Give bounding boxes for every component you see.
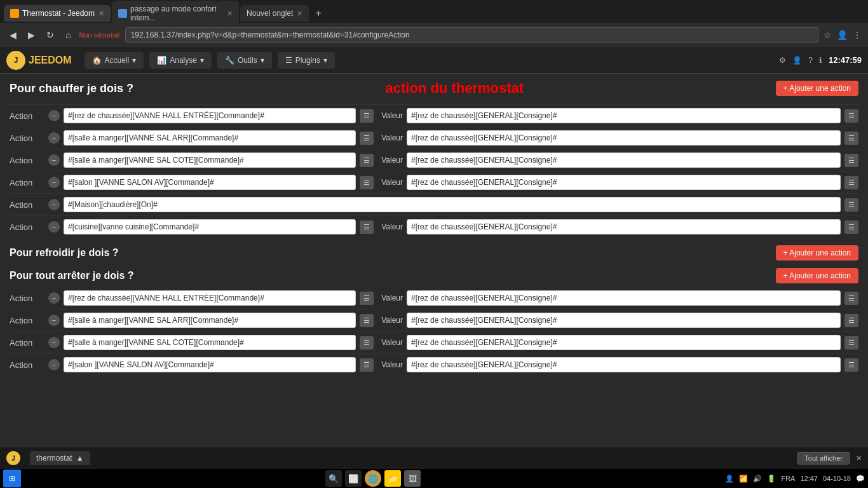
- back-button[interactable]: ◀: [6, 29, 20, 41]
- remove-button[interactable]: −: [48, 292, 60, 304]
- action-menu-button[interactable]: ☰: [360, 220, 374, 234]
- menu-outils[interactable]: 🔧 Outils ▾: [217, 52, 272, 69]
- taskbar-close-icon[interactable]: ✕: [856, 454, 862, 463]
- valeur-input[interactable]: [407, 130, 841, 146]
- remove-button[interactable]: −: [48, 359, 60, 370]
- tab-close-passage[interactable]: ✕: [227, 10, 233, 18]
- valeur-input[interactable]: [407, 335, 841, 350]
- tab-icon-thermostat: [10, 9, 19, 18]
- start-button[interactable]: ⊞: [3, 470, 21, 487]
- table-row: Action − ☰ Valeur ☰: [10, 215, 858, 238]
- table-row: Action − ☰ Valeur ☰: [10, 126, 858, 149]
- menu-analyse[interactable]: 📊 Analyse ▾: [149, 52, 212, 69]
- tab-thermostat[interactable]: Thermostat - Jeedom ✕: [4, 5, 111, 22]
- valeur-input[interactable]: [407, 108, 841, 123]
- tout-afficher-button[interactable]: Tout afficher: [797, 452, 850, 464]
- valeur-menu-button[interactable]: ☰: [844, 154, 858, 167]
- tab-label-thermostat: Thermostat - Jeedom: [22, 9, 95, 18]
- new-tab-button[interactable]: +: [310, 8, 326, 19]
- taskbar-app-item[interactable]: thermostat ▲: [30, 451, 90, 465]
- menu-icon[interactable]: ⋮: [853, 30, 862, 40]
- valeur-menu-button[interactable]: ☰: [844, 109, 858, 123]
- action-input[interactable]: [64, 335, 356, 350]
- address-input[interactable]: [125, 27, 818, 43]
- help-icon[interactable]: ?: [808, 56, 813, 65]
- add-action-button-refroidir[interactable]: + Ajouter une action: [776, 245, 858, 261]
- remove-button[interactable]: −: [48, 110, 60, 121]
- notification-icon[interactable]: 💬: [856, 475, 865, 483]
- home-button[interactable]: ⌂: [62, 29, 74, 41]
- tab-close-new[interactable]: ✕: [297, 10, 302, 18]
- refresh-button[interactable]: ↻: [43, 29, 57, 41]
- valeur-menu-button[interactable]: ☰: [844, 336, 858, 349]
- action-menu-button[interactable]: ☰: [844, 198, 858, 212]
- valeur-input[interactable]: [407, 152, 841, 168]
- remove-button[interactable]: −: [48, 132, 60, 144]
- settings-icon[interactable]: ⚙: [779, 56, 786, 65]
- remove-button[interactable]: −: [48, 315, 60, 326]
- menu-accueil[interactable]: 🏠 Accueil ▾: [85, 52, 144, 69]
- browser-actions: ☆ 👤 ⋮: [824, 30, 862, 40]
- action-menu-button[interactable]: ☰: [360, 109, 374, 123]
- taskbar-image-icon[interactable]: 🖼: [404, 470, 421, 487]
- remove-button[interactable]: −: [48, 177, 60, 188]
- menu-plugins[interactable]: ☰ Plugins ▾: [278, 52, 335, 69]
- action-menu-button[interactable]: ☰: [360, 132, 374, 145]
- action-input[interactable]: [64, 130, 356, 146]
- action-menu-button[interactable]: ☰: [360, 292, 374, 305]
- action-input[interactable]: [64, 152, 356, 168]
- action-menu-button[interactable]: ☰: [360, 314, 374, 327]
- valeur-input[interactable]: [407, 313, 841, 328]
- taskbar-cortana-icon[interactable]: ⬜: [345, 470, 362, 487]
- valeur-input[interactable]: [407, 219, 841, 234]
- valeur-label: Valeur: [377, 156, 403, 165]
- action-input[interactable]: [64, 313, 356, 328]
- action-menu-button[interactable]: ☰: [360, 176, 374, 189]
- refroidir-section-heading: Pour refroidir je dois ? + Ajouter une a…: [10, 245, 858, 261]
- bookmark-icon[interactable]: ☆: [824, 30, 832, 40]
- action-input[interactable]: [64, 175, 356, 190]
- remove-button[interactable]: −: [48, 337, 60, 348]
- user-icon[interactable]: 👤: [792, 56, 802, 65]
- tab-label-passage: passage au mode confort intem...: [130, 4, 223, 22]
- taskbar-time: 12:47: [800, 475, 818, 482]
- valeur-menu-button[interactable]: ☰: [844, 176, 858, 189]
- valeur-menu-button[interactable]: ☰: [844, 220, 858, 234]
- action-menu-button[interactable]: ☰: [360, 154, 374, 167]
- valeur-input[interactable]: [407, 290, 841, 306]
- taskbar-app-name: thermostat: [36, 454, 72, 463]
- taskbar-search-icon[interactable]: 🔍: [325, 470, 342, 487]
- remove-button[interactable]: −: [48, 154, 60, 166]
- valeur-menu-button[interactable]: ☰: [844, 314, 858, 327]
- tab-new[interactable]: Nouvel onglet ✕: [240, 5, 309, 22]
- action-label: Action: [10, 316, 44, 325]
- taskbar-chrome-icon[interactable]: 🌐: [365, 470, 381, 487]
- add-action-button-top[interactable]: + Ajouter une action: [776, 81, 858, 96]
- action-input[interactable]: [64, 197, 841, 212]
- action-input[interactable]: [64, 357, 356, 372]
- action-input[interactable]: [64, 108, 356, 123]
- valeur-input[interactable]: [407, 175, 841, 190]
- valeur-menu-button[interactable]: ☰: [844, 292, 858, 305]
- remove-button[interactable]: −: [48, 221, 60, 233]
- valeur-menu-button[interactable]: ☰: [844, 132, 858, 145]
- tab-passage[interactable]: passage au mode confort intem... ✕: [112, 1, 239, 26]
- action-label: Action: [10, 222, 44, 232]
- taskbar-explorer-icon[interactable]: 📁: [384, 470, 401, 487]
- tab-close-thermostat[interactable]: ✕: [98, 10, 104, 18]
- action-input[interactable]: [64, 219, 356, 234]
- remove-button[interactable]: −: [48, 199, 60, 210]
- add-action-button-arreter[interactable]: + Ajouter une action: [776, 268, 858, 283]
- valeur-menu-button[interactable]: ☰: [844, 358, 858, 372]
- forward-button[interactable]: ▶: [25, 29, 38, 41]
- arreter-section: Action − ☰ Valeur ☰ Action − ☰ Valeur ☰ …: [10, 287, 858, 376]
- arreter-title: Pour tout arrêter je dois ?: [10, 270, 134, 281]
- table-row: Action − ☰: [10, 193, 858, 215]
- action-input[interactable]: [64, 290, 356, 306]
- table-row: Action − ☰ Valeur ☰: [10, 353, 858, 376]
- action-menu-button[interactable]: ☰: [360, 358, 374, 372]
- account-icon[interactable]: 👤: [837, 30, 848, 40]
- info-icon[interactable]: ℹ: [819, 56, 822, 65]
- action-menu-button[interactable]: ☰: [360, 336, 374, 349]
- valeur-input[interactable]: [407, 357, 841, 372]
